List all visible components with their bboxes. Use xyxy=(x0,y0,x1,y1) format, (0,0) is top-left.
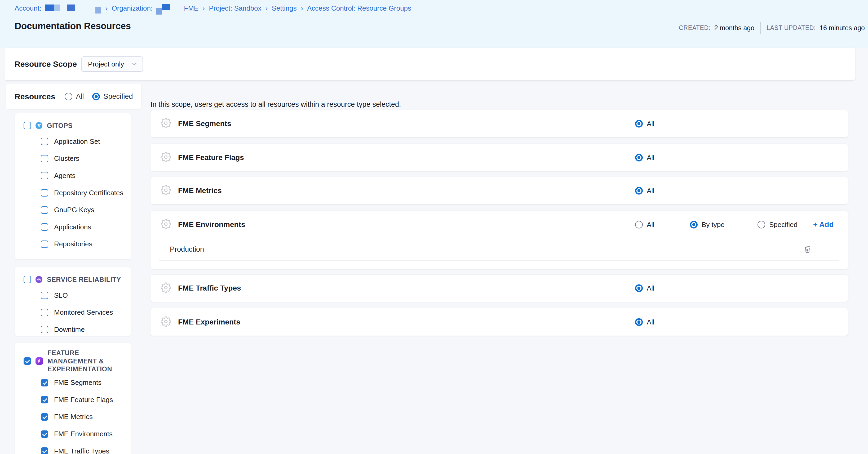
resource-type-row: FME Environments xyxy=(15,425,131,443)
gear-icon xyxy=(161,282,171,294)
breadcrumb-account-label[interactable]: Account: xyxy=(14,4,41,12)
monitored-services-checkbox[interactable] xyxy=(41,309,48,316)
gear-icon xyxy=(161,219,171,230)
breadcrumb: Account: › Organization: FME › Project: … xyxy=(14,4,411,12)
resources-panel-header: Resources All Specified xyxy=(6,84,141,109)
gear-icon xyxy=(161,185,171,197)
resources-all-label: All xyxy=(76,92,84,101)
resource-scope-bar: Resource Scope Project only xyxy=(4,48,855,80)
fme-group-checkbox[interactable] xyxy=(24,357,31,365)
fme-group-label: FEATURE MANAGEMENT & EXPERIMENTATION xyxy=(48,349,127,373)
breadcrumb-separator: › xyxy=(105,5,108,12)
resource-card-fme-feature-flags: FME Feature Flags All xyxy=(151,144,848,171)
resource-type-row: Downtime xyxy=(15,321,131,338)
trash-icon xyxy=(804,245,811,254)
slo-checkbox[interactable] xyxy=(41,292,48,299)
resource-type-row: FME Metrics xyxy=(15,409,131,426)
last-updated-value: 16 minutes ago xyxy=(819,24,865,32)
resource-type-row: Monitored Services xyxy=(15,304,131,321)
redacted-block xyxy=(79,4,101,12)
resource-card-title: FME Experiments xyxy=(178,318,240,326)
gitops-checkbox[interactable] xyxy=(24,122,31,129)
add-environment-button[interactable]: + Add xyxy=(813,220,834,229)
resource-type-row: FME Traffic Types xyxy=(15,443,131,454)
fme-module-icon xyxy=(35,357,43,365)
fme-feature-flags-all-radio[interactable] xyxy=(635,154,643,161)
resource-scope-label: Resource Scope xyxy=(14,60,77,69)
resource-type-row: Repositories xyxy=(15,236,131,253)
resource-type-row: Clusters xyxy=(15,150,131,167)
resource-card-fme-experiments: FME Experiments All xyxy=(151,308,848,335)
fme-environments-checkbox[interactable] xyxy=(41,430,48,438)
environment-name: Production xyxy=(170,245,204,254)
resources-specified-radio[interactable] xyxy=(92,93,100,100)
breadcrumb-item-project[interactable]: Project: Sandbox xyxy=(209,4,261,12)
page-header: Account: › Organization: FME › Project: … xyxy=(0,0,868,48)
repositories-checkbox[interactable] xyxy=(41,240,48,248)
fme-metrics-all-radio[interactable] xyxy=(635,187,643,195)
fme-environments-all-radio[interactable] xyxy=(635,221,643,229)
resource-scope-select[interactable]: Project only xyxy=(81,57,143,72)
breadcrumb-separator: › xyxy=(202,5,205,12)
scope-description: In this scope, users get access to all r… xyxy=(151,100,401,108)
breadcrumb-item-fme[interactable]: FME xyxy=(184,4,198,12)
fme-segments-checkbox[interactable] xyxy=(41,379,48,386)
fme-experiments-all-radio[interactable] xyxy=(635,318,643,326)
resource-card-title: FME Segments xyxy=(178,120,231,128)
resource-type-row: Agents xyxy=(15,167,131,184)
fme-feature-flags-checkbox[interactable] xyxy=(41,396,48,403)
resource-card-fme-metrics: FME Metrics All xyxy=(151,177,848,204)
fme-environments-by-type-radio[interactable] xyxy=(690,221,698,229)
fme-environments-specified-radio[interactable] xyxy=(757,221,765,229)
service-reliability-checkbox[interactable] xyxy=(24,276,31,283)
breadcrumb-organization-label[interactable]: Organization: xyxy=(112,4,153,12)
repository-certificates-checkbox[interactable] xyxy=(41,189,48,197)
fme-segments-all-radio[interactable] xyxy=(635,120,643,128)
created-label: CREATED: xyxy=(679,24,710,32)
resources-all-radio[interactable] xyxy=(65,93,72,100)
meta-divider xyxy=(760,22,761,34)
resource-scope-value: Project only xyxy=(88,60,124,68)
redacted-organization-name xyxy=(156,4,170,12)
gear-icon xyxy=(161,152,171,163)
fme-traffic-types-checkbox[interactable] xyxy=(41,447,48,454)
application-set-checkbox[interactable] xyxy=(41,138,48,145)
resource-group-service-reliability: SERVICE RELIABILITY SLO Monitored Servic… xyxy=(15,267,131,336)
gear-icon xyxy=(161,118,171,130)
breadcrumb-separator: › xyxy=(265,5,268,12)
resources-specified-label: Specified xyxy=(103,92,133,101)
resource-type-row: Application Set xyxy=(15,133,131,150)
resource-card-title: FME Traffic Types xyxy=(178,284,241,292)
fme-traffic-types-all-radio[interactable] xyxy=(635,285,643,292)
delete-environment-button[interactable] xyxy=(804,245,811,254)
breadcrumb-item-access-control[interactable]: Access Control: Resource Groups xyxy=(307,4,411,12)
resource-card-title: FME Metrics xyxy=(178,187,222,195)
gnupg-keys-checkbox[interactable] xyxy=(41,206,48,214)
breadcrumb-separator: › xyxy=(300,5,304,12)
resource-card-fme-environments: FME Environments All By type Specified +… xyxy=(151,211,848,269)
agents-checkbox[interactable] xyxy=(41,172,48,179)
resource-group-fme: FEATURE MANAGEMENT & EXPERIMENTATION FME… xyxy=(15,343,131,454)
service-reliability-group-label: SERVICE RELIABILITY xyxy=(47,275,126,284)
resource-group-gitops: GITOPS Application Set Clusters Agents R… xyxy=(15,114,131,259)
fme-metrics-checkbox[interactable] xyxy=(41,413,48,421)
chevron-down-icon xyxy=(131,61,138,68)
resource-type-row: FME Segments xyxy=(15,374,131,391)
resource-card-title: FME Environments xyxy=(178,220,245,229)
resource-card-title: FME Feature Flags xyxy=(178,153,244,162)
created-value: 2 months ago xyxy=(714,24,754,32)
gitops-module-icon xyxy=(35,122,42,129)
applications-checkbox[interactable] xyxy=(41,223,48,231)
resource-type-row: Applications xyxy=(15,219,131,236)
clusters-checkbox[interactable] xyxy=(41,155,48,162)
resource-type-row: Repository Certificates xyxy=(15,184,131,201)
page-title: Documentation Resources xyxy=(14,21,131,31)
gear-icon xyxy=(161,316,171,328)
redacted-account-name xyxy=(45,4,75,12)
resource-type-row: FME Feature Flags xyxy=(15,391,131,409)
environment-row-production: Production xyxy=(159,238,839,261)
breadcrumb-item-settings[interactable]: Settings xyxy=(272,4,297,12)
resource-type-row: SLO xyxy=(15,287,131,304)
last-updated-label: LAST UPDATED: xyxy=(767,24,816,32)
downtime-checkbox[interactable] xyxy=(41,326,48,333)
